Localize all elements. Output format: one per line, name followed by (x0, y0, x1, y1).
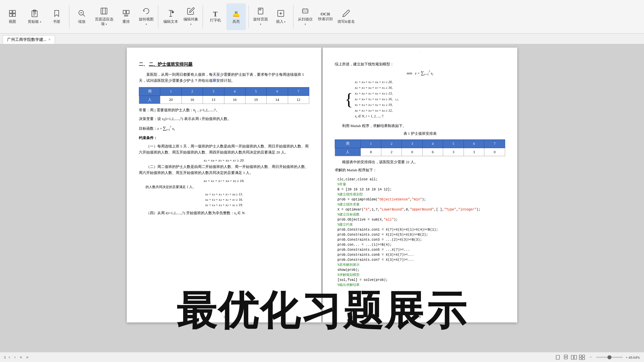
code-line: prob = optimproblem("ObjectiveSense","mi… (337, 197, 502, 202)
page-next-btn[interactable]: › (13, 354, 17, 361)
model-min: min z = ∑i=17 zi (335, 69, 505, 77)
highlight-icon: H (232, 9, 240, 19)
page-prev-btn[interactable]: ‹ (7, 354, 12, 361)
constraints-model: { x₁ + x₄ + x₅ + x₆ + x₇ ≥ 20, x₂ + x₅ +… (345, 79, 505, 120)
code-line: prob.Constraints.con2 = X(2)+X(5)+X(6)>=… (337, 232, 502, 237)
matlab-program-label: 求解的 Matlab 程序如下： (335, 167, 505, 173)
view-scroll-icon[interactable] (562, 354, 569, 361)
summary-text: 根据表中的安排得出，该医院至少需要 22 人。 (335, 159, 505, 165)
math1: x₁ + x₄ + x₅ + x₆ + x₇ ≥ 20. (139, 158, 309, 164)
code-line: prob.Constraints.con3 = ...(2)+X(3)>=B(3… (337, 237, 502, 242)
toolbar-highlight[interactable]: H 高亮 (226, 3, 246, 30)
toolbar-bookmark-label: 书签 (53, 19, 60, 24)
content-area: · 二、 二、护士值班安排问题 某医院，从周一到周日都要有人值班，每天至少需要的… (0, 44, 644, 352)
zoom-slider[interactable] (596, 357, 623, 358)
code-line: %建立线性变量 (337, 202, 502, 207)
toolbar-reorder[interactable]: 重排 (116, 3, 136, 30)
toolbar-scan[interactable]: 从扫描仪 ▾ (296, 3, 314, 30)
code-line: prob.Objective = sum(X,"all"); (337, 217, 502, 222)
insert-icon (277, 9, 285, 19)
math2: x₂ + x₁ + x₇ + x₆ + x₅ ≥ 16. (139, 178, 309, 184)
section-num: 二、 (139, 61, 148, 68)
code-line: %若有解则展示 (337, 262, 502, 267)
tab-label: 广州工商学院数学建... (7, 37, 46, 43)
objective-label: 目标函数：z = ∑i=17 xi (139, 125, 309, 132)
toolbar-clipboard-label: 剪贴板 ▾ (28, 19, 41, 24)
document-tab[interactable]: 广州工商学院数学建... × (3, 35, 55, 44)
toolbar-edit-obj[interactable]: 编辑对象 ▾ (182, 3, 200, 30)
constant-label: 常量：周 j 需要值班的护士人数：bj，j=1,2,......7。 (139, 107, 309, 114)
svg-rect-38 (582, 355, 585, 357)
svg-rect-34 (564, 357, 568, 359)
code-line: %建立约束 (337, 222, 502, 227)
toolbar: 视图 剪贴板 ▾ 书签 缩放 (0, 0, 644, 34)
page-spread: · 二、 二、护士值班安排问题 某医院，从周一到周日都要有人值班，每天至少需要的… (127, 48, 517, 322)
toolbar-view[interactable]: 视图 (3, 3, 22, 30)
page-last-btn[interactable]: « (25, 354, 30, 361)
code-block: clc,clear,close all; %常量 B = [20 16 13 1… (335, 175, 505, 290)
toolbar-insert-label: 插入 ▾ (276, 19, 286, 24)
typewriter-icon: T (213, 11, 217, 17)
toolbar-fit-page[interactable]: 页面适应选项 ▾ (93, 3, 115, 30)
svg-text:H: H (235, 10, 238, 14)
code-line: prob.Constraints.con5 = ...X(7)>=... (337, 247, 502, 252)
toolbar-clipboard[interactable]: 剪贴板 ▾ (23, 3, 46, 30)
edit-obj-icon (187, 7, 195, 16)
toolbar-view-label: 视图 (9, 19, 16, 24)
constraint3-text: 的人数共同决定的且要满足 1 人。 (139, 184, 309, 190)
toolbar-fill-sign-label: 填写&签名 (337, 19, 355, 24)
clipboard-icon (31, 9, 39, 19)
code-line: prob.Constraints.con7 = X(3)+X(7)>=... (337, 257, 502, 262)
view-thumbnail-icon[interactable] (579, 354, 585, 361)
math4: x₄ + x₃ + x₂ + x₁ + x₇ ≥ 16. (139, 197, 309, 202)
zoom-icon (78, 9, 86, 19)
toolbar-fill-sign[interactable]: 填写&签名 (336, 3, 356, 30)
toolbar-rotate-page[interactable]: 旋转页面 ▾ (252, 3, 270, 30)
svg-rect-39 (579, 358, 582, 360)
result-table: 周1234567 人 8206330 (335, 139, 505, 156)
toolbar-fit-page-label: 页面适应选项 ▾ (94, 17, 114, 26)
code-line: [sol,fval] = solve(prob); (337, 278, 502, 283)
statusbar-left: 5 ‹ › « « (4, 354, 30, 361)
page-first-btn[interactable]: « (18, 354, 23, 361)
toolbar-highlight-label: 高亮 (232, 19, 240, 24)
constraint4: （四）从周 i(i=1,2,.....,7) 开始值班的人数为非负整数：xi ∈… (139, 210, 309, 217)
zoom-minus[interactable]: − (588, 354, 593, 361)
tab-bar: 广州工商学院数学建... × (0, 34, 644, 44)
svg-rect-12 (101, 8, 107, 14)
constraint2: （二）周二值班的护士人数是由周二开始值班的人数、周一开始值班的人数、周日开始值班… (139, 164, 309, 176)
view-two-page-icon[interactable] (571, 354, 577, 361)
right-page: · 综上所述，建立如下线性规划模型： min z = ∑i=17 zi { x₁… (323, 48, 517, 322)
svg-rect-33 (564, 355, 568, 357)
code-line: %输出求解结果 (337, 283, 502, 288)
toolbar-ocr[interactable]: OCR 快速识别 (316, 3, 335, 30)
code-line: prob.con... = ...(1)>=B(4); (337, 242, 502, 247)
view-icons (554, 354, 585, 361)
matlab-intro: 利用 Matlab 程序，求解结果制表如下。 (335, 123, 505, 129)
code-line: prob.Constraints.con6 = X(3)+X(7)>=... (337, 252, 502, 257)
svg-rect-23 (233, 16, 239, 17)
constraint1: （一）每周连续上班 5 天，周一值班的护士人数是由周一开始值班的人数、周日开始值… (139, 143, 309, 156)
svg-rect-37 (579, 355, 582, 357)
view-single-icon[interactable] (554, 354, 561, 361)
toolbar-rotate-view[interactable]: 旋转视图 ▾ (137, 3, 155, 30)
math5: x₅ + x₄ + x₃ + x₂ + x₁ ≥ 19. (139, 202, 309, 208)
svg-rect-1 (13, 10, 15, 13)
right-page-nav: · (420, 49, 421, 54)
left-page-number: 3 (223, 314, 225, 320)
ocr-icon: OCR (321, 12, 330, 16)
intro-text: 综上所述，建立如下线性规划模型： (335, 61, 505, 67)
st-label: s.t. (395, 97, 399, 102)
code-line: %建立线性规划型 (337, 192, 502, 197)
toolbar-bookmark[interactable]: 书签 (47, 3, 66, 30)
section-title: 二、 二、护士值班安排问题 (139, 61, 309, 68)
toolbar-edit-text[interactable]: 编辑文本 (161, 3, 180, 30)
status-bar: 5 ‹ › « « (0, 352, 644, 362)
toolbar-insert[interactable]: 插入 ▾ (271, 3, 290, 30)
toolbar-zoom[interactable]: 缩放 (72, 3, 92, 30)
tab-close-button[interactable]: × (48, 37, 51, 42)
toolbar-typewriter[interactable]: T 打字机 (206, 3, 225, 30)
math3: x₃ + x₂ + x₁ + x₇ + x₆ ≥ 13. (139, 192, 309, 197)
svg-line-10 (83, 14, 85, 16)
view-icon (8, 9, 16, 19)
